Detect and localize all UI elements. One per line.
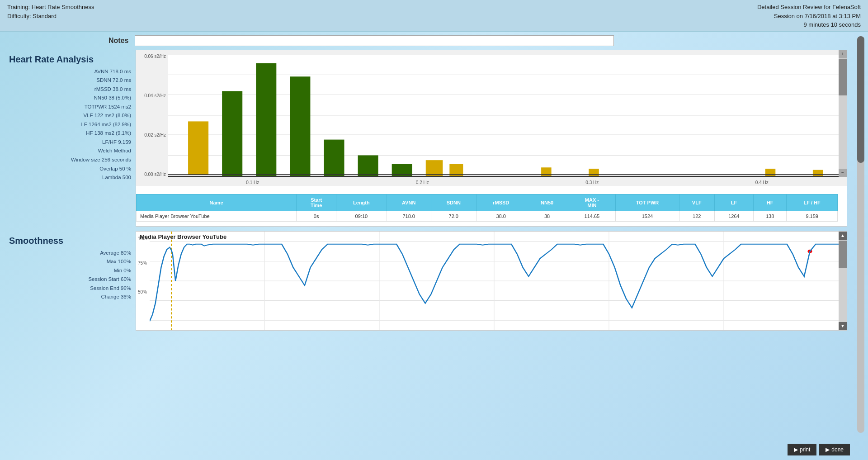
x-label-1: 0.1 Hz <box>246 180 259 185</box>
col-lf-hf: LF / HF <box>787 194 838 211</box>
training-title: Training: Heart Rate Smoothness <box>7 3 94 12</box>
svg-rect-10 <box>358 155 378 176</box>
hr-stat-item: Overlap 50 % <box>9 165 131 174</box>
hr-stat-item: NN50 38 (5.0%) <box>9 94 131 103</box>
hr-stat-item: Lambda 500 <box>9 173 131 182</box>
hr-stat-item: SDNN 72.0 ms <box>9 76 131 85</box>
col-length: Length <box>336 194 387 211</box>
cell-hf: 138 <box>753 211 786 221</box>
done-icon: ▶ <box>826 446 830 453</box>
hr-stat-item: AVNN 718.0 ms <box>9 67 131 76</box>
smoothness-y-50: 50% <box>138 289 147 294</box>
smoothness-stat-item: Change 36% <box>9 293 131 302</box>
col-vlf: VLF <box>679 194 714 211</box>
cell-name: Media Player Browser YouTube <box>137 211 297 221</box>
hr-stat-item: LF/HF 9.159 <box>9 138 131 147</box>
cell-lf: 1264 <box>714 211 753 221</box>
svg-rect-11 <box>392 164 412 176</box>
y-label-3: 0.02 s2/Hz <box>144 133 166 138</box>
print-button[interactable]: ▶ print <box>788 444 816 455</box>
hr-stat-item: rMSSD 38.0 ms <box>9 85 131 94</box>
chart-inner <box>168 55 847 177</box>
heart-rate-section: Heart Rate Analysis AVNN 718.0 msSDNN 72… <box>0 50 861 227</box>
top-left-info: Training: Heart Rate Smoothness Difficul… <box>7 3 94 29</box>
session-duration: 9 minutes 10 seconds <box>757 20 861 29</box>
smoothness-stat-item: Average 80% <box>9 249 131 258</box>
smoothness-stat-item: Max 100% <box>9 257 131 266</box>
col-hf: HF <box>753 194 786 211</box>
smoothness-stat-item: Min 0% <box>9 266 131 275</box>
cell-start-time: 0s <box>297 211 336 221</box>
main-scrollbar-thumb[interactable] <box>857 36 864 163</box>
y-label-1: 0.06 s2/Hz <box>144 54 166 59</box>
session-review-title: Detailed Session Review for FelenaSoft <box>757 3 861 12</box>
cell-lf-hf: 9.159 <box>787 211 838 221</box>
spectrum-chart: 0.06 s2/Hz 0.04 s2/Hz 0.02 s2/Hz 0.00 s2… <box>136 50 847 186</box>
x-label-3: 0.3 Hz <box>585 180 599 185</box>
col-tot-pwr: TOT PWR <box>616 194 679 211</box>
col-avnn: AVNN <box>387 194 431 211</box>
smoothness-title: Smoothness <box>9 236 131 246</box>
smoothness-stat-item: Session End 96% <box>9 284 131 293</box>
cell-nn50: 38 <box>526 211 568 221</box>
svg-rect-13 <box>449 164 463 176</box>
chart-vscroll[interactable]: + − <box>839 50 847 177</box>
smoothness-section: Smoothness Average 80%Max 100%Min 0%Sess… <box>0 231 861 331</box>
hr-stat-item: VLF 122 ms2 (8.0%) <box>9 111 131 120</box>
cell-tot-pwr: 1524 <box>616 211 679 221</box>
heart-rate-stats: AVNN 718.0 msSDNN 72.0 msrMSSD 38.0 msNN… <box>9 67 131 182</box>
notes-input[interactable] <box>135 35 614 46</box>
cell-avnn: 718.0 <box>387 211 431 221</box>
smoothness-scroll-up[interactable]: ▲ <box>839 232 847 240</box>
spectrum-chart-area: 0.06 s2/Hz 0.04 s2/Hz 0.02 s2/Hz 0.00 s2… <box>136 50 847 227</box>
smoothness-scroll-down[interactable]: ▼ <box>839 322 847 330</box>
smoothness-chart-label: Media Player Browser YouTube <box>140 233 226 240</box>
cell-sdnn: 72.0 <box>431 211 476 221</box>
col-nn50: NN50 <box>526 194 568 211</box>
smoothness-vscroll[interactable]: ▲ ▼ <box>839 232 847 330</box>
top-right-info: Detailed Session Review for FelenaSoft S… <box>757 3 861 29</box>
chart-scroll-up-btn[interactable]: + <box>839 50 847 58</box>
spectrum-svg <box>168 55 847 176</box>
col-start-time: StartTime <box>297 194 336 211</box>
svg-rect-5 <box>188 121 208 175</box>
y-label-2: 0.04 s2/Hz <box>144 93 166 98</box>
done-label: done <box>831 446 844 453</box>
table-row: Media Player Browser YouTube 0s 09:10 71… <box>137 211 838 221</box>
cell-rmssd: 38.0 <box>476 211 526 221</box>
x-label-4: 0.4 Hz <box>755 180 769 185</box>
smoothness-stats: Average 80%Max 100%Min 0%Session Start 6… <box>9 249 131 302</box>
svg-rect-7 <box>256 63 276 175</box>
svg-rect-6 <box>222 91 242 176</box>
x-label-2: 0.2 Hz <box>416 180 429 185</box>
chart-scroll-down-btn[interactable]: − <box>839 169 847 177</box>
smoothness-chart-area: Media Player Browser YouTube 100% 75% 50… <box>136 231 847 331</box>
print-label: print <box>800 446 810 453</box>
chart-scroll-thumb[interactable] <box>839 59 847 95</box>
col-sdnn: SDNN <box>431 194 476 211</box>
bottom-bar: ▶ print ▶ done <box>788 444 850 455</box>
x-axis-labels: 0.1 Hz 0.2 Hz 0.3 Hz 0.4 Hz <box>168 180 847 185</box>
cell-length: 09:10 <box>336 211 387 221</box>
col-rmssd: rMSSD <box>476 194 526 211</box>
main-scrollbar[interactable] <box>857 36 864 433</box>
notes-row: Notes <box>0 32 868 50</box>
svg-rect-9 <box>324 139 344 175</box>
smoothness-y-75: 75% <box>138 261 147 266</box>
col-lf: LF <box>714 194 753 211</box>
smoothness-scroll-thumb[interactable] <box>839 241 847 268</box>
col-max-min: MAX -MIN <box>568 194 616 211</box>
print-icon: ▶ <box>794 446 798 453</box>
notes-label: Notes <box>108 37 128 45</box>
data-table: Name StartTime Length AVNN SDNN rMSSD NN… <box>136 194 838 222</box>
hr-stat-item: LF 1264 ms2 (82.9%) <box>9 120 131 129</box>
hr-stat-item: Window size 256 seconds <box>9 156 131 165</box>
done-button[interactable]: ▶ done <box>819 444 850 455</box>
y-label-4: 0.00 s2/Hz <box>144 172 166 177</box>
svg-rect-12 <box>426 160 443 176</box>
hr-stat-item: HF 138 ms2 (9.1%) <box>9 129 131 138</box>
main-content: Heart Rate Analysis AVNN 718.0 msSDNN 72… <box>0 50 868 331</box>
table-header-row: Name StartTime Length AVNN SDNN rMSSD NN… <box>137 194 838 211</box>
difficulty-label: Difficulty: Standard <box>7 12 94 21</box>
session-date: Session on 7/16/2018 at 3:13 PM <box>757 12 861 21</box>
